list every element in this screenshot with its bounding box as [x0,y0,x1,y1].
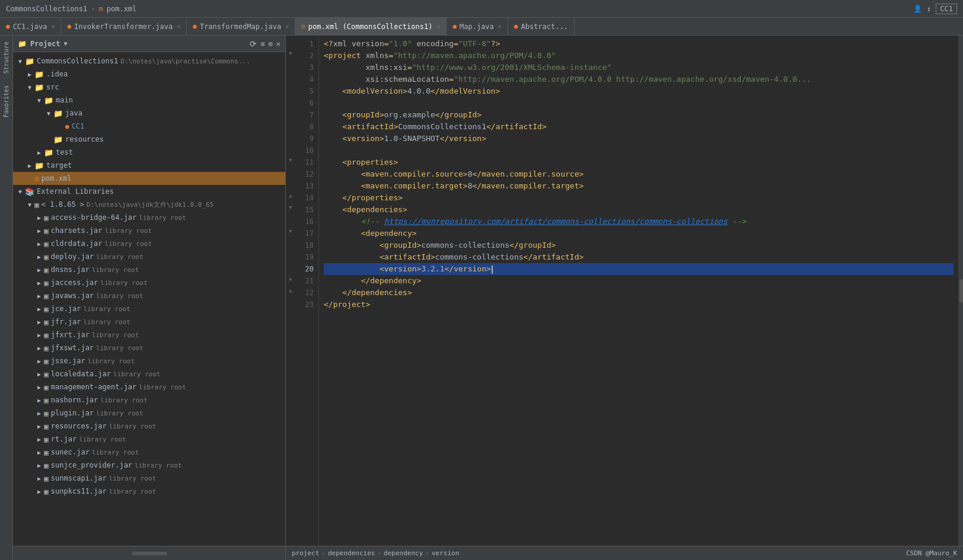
toggle-jar-sunmscapi[interactable]: ▶ [34,475,44,482]
tree-item-jar-cldrdata[interactable]: ▶ ▣ cldrdata.jar library root [13,237,285,250]
code-editor[interactable]: <?xml version="1.0" encoding="UTF-8"?> <… [319,36,958,546]
toggle-jar-jaccess[interactable]: ▶ [34,280,44,286]
tree-item-cc1[interactable]: ● CC1 [13,120,285,133]
fold-15[interactable]: ▼ [286,201,295,213]
tree-item-jar-mgmt[interactable]: ▶ ▣ management-agent.jar library root [13,380,285,393]
toggle-jar-jfr[interactable]: ▶ [34,319,44,325]
tree-item-jar-nashorn[interactable]: ▶ ▣ nashorn.jar library root [13,393,285,407]
tab-transformed[interactable]: ● TransformedMap.java ✕ [187,18,295,35]
tree-item-src[interactable]: ▼ 📁 src [13,81,285,94]
fold-14[interactable]: ▲ [286,190,295,201]
toggle-jar-charsets[interactable]: ▶ [34,228,44,234]
tree-item-jar-jfxswt[interactable]: ▶ ▣ jfxswt.jar library root [13,341,285,354]
tree-item-target[interactable]: ▶ 📁 target [13,159,285,172]
toggle-jar-dnsns[interactable]: ▶ [34,267,44,273]
toggle-target[interactable]: ▶ [25,162,34,169]
toggle-test[interactable]: ▶ [34,149,44,156]
tab-close-transformed[interactable]: ✕ [285,23,289,30]
tree-item-jar-sunjce[interactable]: ▶ ▣ sunjce_provider.jar library root [13,459,285,472]
tree-item-jar-jce[interactable]: ▶ ▣ jce.jar library root [13,302,285,315]
code-line-20[interactable]: <version>3.2.1</version> [324,263,954,275]
fold-22[interactable]: ▲ [286,284,295,296]
favorites-label[interactable]: Favorites [3,85,9,117]
tab-invoker[interactable]: ● InvokerTransformer.java ✕ [61,18,187,35]
fold-11[interactable]: ▼ [286,154,295,166]
toggle-jar-nashorn[interactable]: ▶ [34,397,44,404]
tree-item-test[interactable]: ▶ 📁 test [13,146,285,159]
h-scrollbar-thumb[interactable] [132,552,167,555]
toggle-jar-sunpkcs11[interactable]: ▶ [34,488,44,495]
tree-item-jar-jsse[interactable]: ▶ ▣ jsse.jar library root [13,354,285,367]
tree-item-jar-deploy[interactable]: ▶ ▣ deploy.jar library root [13,250,285,263]
tab-pom[interactable]: m pom.xml (CommonsCollections1) ✕ [295,18,447,35]
toggle-jdk[interactable]: ▼ [25,201,34,208]
fold-21[interactable]: ▲ [286,273,295,284]
toggle-jar-jfxswt[interactable]: ▶ [34,345,44,351]
tree-item-resources[interactable]: 📁 resources [13,133,285,146]
tree-item-root[interactable]: ▼ 📁 CommonsCollections1 D:\notes\java\pr… [13,55,285,68]
v-scrollbar-thumb[interactable] [959,279,963,303]
status-crumb-dependency[interactable]: dependency [384,549,423,557]
status-crumb-project[interactable]: project [292,549,319,557]
toggle-idea[interactable]: ▶ [25,71,34,78]
toggle-jar-deploy[interactable]: ▶ [34,254,44,260]
panel-dropdown-arrow[interactable]: ▼ [64,40,68,47]
tree-item-jar-rt[interactable]: ▶ ▣ rt.jar library root [13,433,285,446]
toggle-jar-cldrdata[interactable]: ▶ [34,241,44,247]
toggle-jar-sunjce[interactable]: ▶ [34,462,44,469]
toggle-jar-jfxrt[interactable]: ▶ [34,332,44,338]
settings-icon[interactable]: ⚙ [269,40,273,48]
toggle-jar-javaws[interactable]: ▶ [34,293,44,299]
status-crumb-dependencies[interactable]: dependencies [328,549,375,557]
tree-item-ext-lib[interactable]: ▼ 📚 External Libraries [13,185,285,198]
toggle-java[interactable]: ▼ [44,110,53,117]
toggle-jar-jce[interactable]: ▶ [34,306,44,312]
status-crumb-version[interactable]: version [432,549,459,557]
tab-close-map[interactable]: ✕ [498,23,502,30]
tree-item-jar-javaws[interactable]: ▶ ▣ javaws.jar library root [13,289,285,302]
tree-item-jar-access[interactable]: ▶ ▣ access-bridge-64.jar library root [13,211,285,224]
tab-map[interactable]: ● Map.java ✕ [447,18,508,35]
close-panel-icon[interactable]: ✕ [276,40,280,48]
tree-item-jdk[interactable]: ▼ ▣ < 1.8.65 > D:\notes\java\jdk文件\jdk1.… [13,198,285,211]
tab-close-invoker[interactable]: ✕ [177,23,180,30]
tree-item-jar-localedata[interactable]: ▶ ▣ localedata.jar library root [13,367,285,380]
structure-label[interactable]: Structure [3,41,9,73]
fold-17[interactable]: ▼ [286,225,295,237]
toggle-jar-plugin[interactable]: ▶ [34,410,44,417]
vertical-scrollbar[interactable] [958,36,963,546]
toggle-jar-mgmt[interactable]: ▶ [34,384,44,391]
toggle-main[interactable]: ▼ [34,97,44,104]
toggle-ext[interactable]: ▼ [15,188,25,195]
tree-item-jar-resources[interactable]: ▶ ▣ resources.jar library root [13,420,285,433]
toggle-jar-localedata[interactable]: ▶ [34,371,44,377]
toggle-jar-sunec[interactable]: ▶ [34,449,44,456]
toggle-jar-resources[interactable]: ▶ [34,423,44,430]
tree-item-jar-charsets[interactable]: ▶ ▣ charsets.jar library root [13,224,285,237]
tab-abstract[interactable]: ● Abstract... [508,18,575,35]
toggle-root[interactable]: ▼ [15,58,25,65]
tree-item-jar-sunpkcs11[interactable]: ▶ ▣ sunpkcs11.jar library root [13,485,285,498]
tree-item-jar-plugin[interactable]: ▶ ▣ plugin.jar library root [13,407,285,420]
tree-item-main[interactable]: ▼ 📁 main [13,94,285,107]
toggle-jar-jsse[interactable]: ▶ [34,358,44,364]
toggle-src[interactable]: ▼ [25,84,34,91]
tree-item-jar-jfr[interactable]: ▶ ▣ jfr.jar library root [13,315,285,328]
tree-item-jar-jaccess[interactable]: ▶ ▣ jaccess.jar library root [13,276,285,289]
tree-item-jar-sunmscapi[interactable]: ▶ ▣ sunmscapi.jar library root [13,472,285,485]
toggle-jar-rt[interactable]: ▶ [34,436,44,443]
tree-item-jar-sunec[interactable]: ▶ ▣ sunec.jar library root [13,446,285,459]
tab-cc1[interactable]: ● CC1.java ✕ [0,18,61,35]
fold-2[interactable]: ▼ [286,47,295,59]
extra-jar-sunmscapi: library root [109,475,156,482]
tree-item-pom[interactable]: m pom.xml [13,172,285,185]
sync-icon[interactable]: ⟳ [250,39,257,49]
toggle-jar-access[interactable]: ▶ [34,215,44,221]
collapse-icon[interactable]: ≡ [260,40,264,48]
tab-close-pom[interactable]: ✕ [436,23,440,30]
tree-item-idea[interactable]: ▶ 📁 .idea [13,68,285,81]
tree-item-jar-jfxrt[interactable]: ▶ ▣ jfxrt.jar library root [13,328,285,341]
tree-item-jar-dnsns[interactable]: ▶ ▣ dnsns.jar library root [13,263,285,276]
tree-item-java[interactable]: ▼ 📁 java [13,107,285,120]
tab-close-cc1[interactable]: ✕ [51,23,55,30]
